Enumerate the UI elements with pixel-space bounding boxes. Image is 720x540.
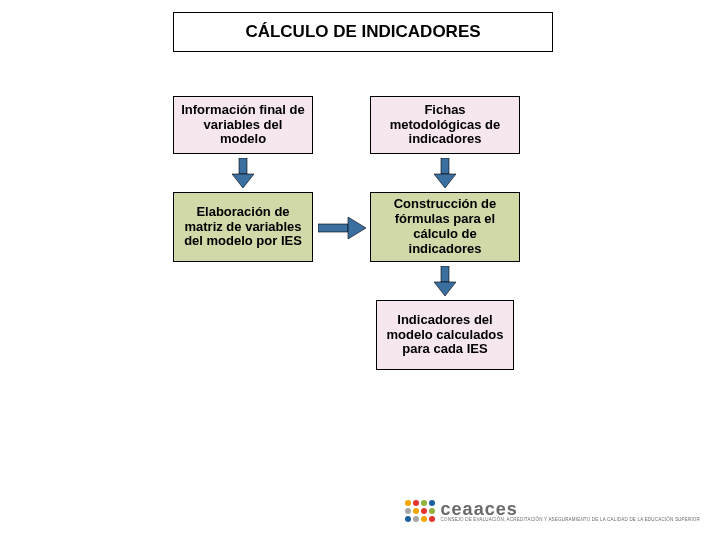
svg-marker-5: [348, 217, 366, 239]
node-elaboracion: Elaboración de matriz de variables del m…: [173, 192, 313, 262]
arrow-down-icon: [434, 266, 456, 300]
arrow-down-icon: [232, 158, 254, 192]
svg-marker-7: [434, 282, 456, 296]
svg-rect-4: [318, 224, 348, 232]
svg-rect-0: [239, 158, 247, 174]
logo-subtitle: CONSEJO DE EVALUACIÓN, ACREDITACIÓN Y AS…: [441, 518, 700, 523]
node-indicadores: Indicadores del modelo calculados para c…: [376, 300, 514, 370]
diagram-title: CÁLCULO DE INDICADORES: [173, 12, 553, 52]
node-construccion: Construcción de fórmulas para el cálculo…: [370, 192, 520, 262]
arrow-right-icon: [318, 217, 366, 243]
svg-marker-1: [232, 174, 254, 188]
node-info-final: Información final de variables del model…: [173, 96, 313, 154]
logo-name: ceaaces: [441, 500, 700, 518]
node-fichas: Fichas metodológicas de indicadores: [370, 96, 520, 154]
logo-dots-icon: [405, 500, 435, 522]
footer-logo: ceaaces CONSEJO DE EVALUACIÓN, ACREDITAC…: [405, 500, 700, 523]
arrow-down-icon: [434, 158, 456, 192]
svg-marker-3: [434, 174, 456, 188]
svg-rect-6: [441, 266, 449, 282]
svg-rect-2: [441, 158, 449, 174]
